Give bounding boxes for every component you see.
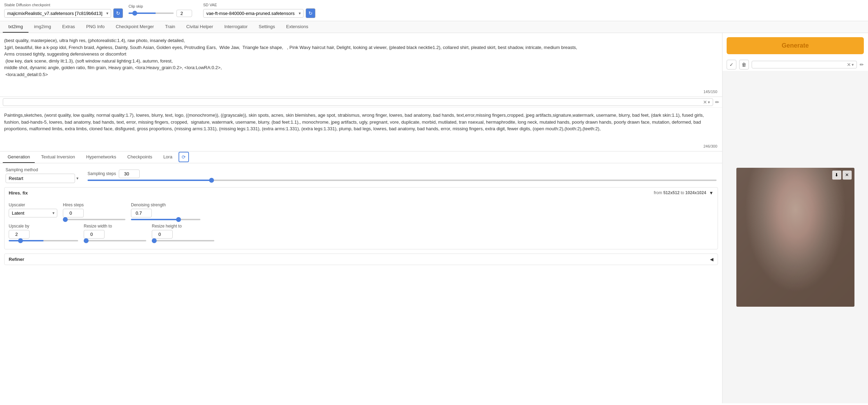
hires-steps-label: Hires steps: [63, 202, 125, 207]
negative-prompt-area: ✕ ▼ ✏ 246/300: [0, 97, 722, 151]
denoising-slider[interactable]: [131, 219, 200, 220]
clip-skip-slider[interactable]: [129, 13, 174, 14]
hires-steps-control: 0: [63, 209, 125, 220]
image-action-buttons: ⬇ ✕: [832, 171, 852, 180]
upscaler-group: Upscaler Latent: [9, 202, 57, 217]
style-input[interactable]: [5, 100, 703, 105]
image-download-btn[interactable]: ⬇: [832, 171, 841, 180]
style-dropdown-right-btn[interactable]: ▼: [851, 63, 854, 67]
generate-button[interactable]: Generate: [727, 37, 864, 54]
sampling-method-label: Sampling method: [6, 167, 82, 172]
trash-icon: 🗑: [742, 62, 746, 67]
refiner-chevron-icon: ◀: [710, 257, 713, 262]
resize-width-label: Resize width to: [84, 224, 146, 229]
checkpoint-row: majicmixRealistic_v7.safetensors [7c819b…: [4, 8, 123, 18]
clip-skip-input[interactable]: 2: [176, 10, 192, 17]
sampling-method-select[interactable]: Restart: [6, 174, 75, 183]
tab-checkpoint-merger[interactable]: Checkpoint Merger: [110, 21, 159, 33]
resize-height-group: Resize height to 0: [152, 224, 214, 241]
refiner-section: Refiner ◀: [4, 254, 718, 265]
close-icon: ✕: [845, 172, 849, 177]
tab-civitai-helper[interactable]: Civitai Helper: [181, 21, 218, 33]
tab-txt2img[interactable]: txt2img: [3, 21, 28, 33]
tab-settings[interactable]: Settings: [253, 21, 281, 33]
tab-extras[interactable]: Extras: [57, 21, 81, 33]
resize-width-control: 0: [84, 230, 146, 241]
tab-png-info[interactable]: PNG Info: [81, 21, 110, 33]
download-icon: ⬇: [835, 172, 838, 177]
trash-btn[interactable]: 🗑: [739, 60, 749, 69]
style-selector: ✕ ▼: [3, 98, 713, 106]
hires-fix-info: from 512x512 to 1024x1024: [654, 190, 706, 195]
sampling-steps-input[interactable]: 30: [119, 170, 140, 178]
resize-width-slider[interactable]: [84, 240, 146, 241]
upscaler-select-wrapper: Latent: [9, 209, 57, 217]
checkpoint-refresh-btn[interactable]: ↻: [113, 8, 123, 18]
steps-row: Sampling steps 30: [88, 170, 717, 178]
hires-from-value: 512x512: [663, 190, 680, 195]
gen-tabs-refresh-btn[interactable]: ⟳: [179, 152, 189, 162]
image-bg: [736, 168, 854, 307]
upscaler-label: Upscaler: [9, 202, 57, 207]
hires-row-2: Upscale by 2 Resize width to 0: [9, 224, 713, 241]
hires-fix-header[interactable]: Hires. fix from 512x512 to 1024x1024 ▼: [5, 188, 718, 198]
image-close-btn[interactable]: ✕: [843, 171, 852, 180]
resize-height-slider[interactable]: [152, 240, 214, 241]
tab-interrogator[interactable]: Interrogator: [219, 21, 253, 33]
denoising-control: 0.7: [131, 209, 200, 220]
positive-prompt-textarea[interactable]: [0, 33, 722, 96]
hires-fix-title: Hires. fix: [9, 190, 28, 196]
hires-steps-input[interactable]: 0: [63, 209, 84, 217]
vae-row: vae-ft-mse-840000-ema-pruned.safetensors…: [203, 8, 315, 18]
style-dropdown-btn[interactable]: ▼: [707, 100, 711, 104]
tab-extensions[interactable]: Extensions: [281, 21, 314, 33]
action-row: ✓ 🗑 ✕ ▼ ✏: [722, 58, 868, 71]
gen-tab-lora[interactable]: Lora: [158, 151, 177, 163]
refiner-header[interactable]: Refiner ◀: [5, 254, 718, 265]
vae-select[interactable]: vae-ft-mse-840000-ema-pruned.safetensors: [203, 9, 304, 18]
denoising-group: Denoising strength 0.7: [131, 202, 200, 220]
generated-image-container: ⬇ ✕: [736, 168, 854, 307]
resize-height-control: 0: [152, 230, 214, 241]
clip-skip-section: Clip skip 2: [129, 4, 192, 17]
top-bar: Stable Diffusion checkpoint majicmixReal…: [0, 0, 868, 21]
sampling-method-select-wrapper: Restart: [6, 174, 82, 183]
checkpoint-select[interactable]: majicmixRealistic_v7.safetensors [7c819b…: [4, 9, 111, 18]
refresh-icon: ↻: [116, 10, 120, 16]
vae-select-wrapper: vae-ft-mse-840000-ema-pruned.safetensors: [203, 9, 304, 18]
checkpoint-section: Stable Diffusion checkpoint majicmixReal…: [4, 3, 123, 18]
hires-chevron-icon: ▼: [709, 190, 713, 196]
sampling-steps-slider[interactable]: [88, 180, 717, 181]
gen-tab-checkpoints[interactable]: Checkpoints: [123, 151, 157, 163]
vae-refresh-btn[interactable]: ↻: [306, 8, 315, 18]
tab-img2img[interactable]: img2img: [28, 21, 57, 33]
negative-prompt-textarea[interactable]: [0, 108, 722, 150]
upscale-by-input[interactable]: 2: [9, 230, 30, 239]
hires-fix-body: Upscaler Latent Hires steps 0: [5, 198, 718, 249]
vae-refresh-icon: ↻: [308, 10, 313, 16]
sampling-steps-group: Sampling steps 30: [88, 170, 717, 181]
style-selector-input[interactable]: [754, 62, 847, 67]
positive-prompt-area: 145/150: [0, 33, 722, 97]
denoising-input[interactable]: 0.7: [131, 209, 152, 217]
hires-fix-section: Hires. fix from 512x512 to 1024x1024 ▼ U…: [4, 187, 718, 249]
resize-height-input[interactable]: 0: [152, 230, 173, 239]
vae-section: SD VAE vae-ft-mse-840000-ema-pruned.safe…: [203, 3, 315, 18]
gen-tab-textual-inversion[interactable]: Textual Inversion: [36, 151, 80, 163]
hires-steps-group: Hires steps 0: [63, 202, 125, 220]
right-panel: Generate ✓ 🗑 ✕ ▼ ✏: [722, 33, 868, 403]
upscale-by-group: Upscale by 2: [9, 224, 78, 241]
gen-tab-hypernetworks[interactable]: Hypernetworks: [81, 151, 121, 163]
negative-token-count: 246/300: [701, 143, 719, 149]
tab-train[interactable]: Train: [159, 21, 181, 33]
hires-steps-slider[interactable]: [63, 219, 125, 220]
resize-width-input[interactable]: 0: [84, 230, 105, 239]
gen-tab-generation[interactable]: Generation: [3, 151, 35, 163]
pencil-btn[interactable]: ✓: [727, 60, 736, 69]
upscale-by-slider[interactable]: [9, 240, 78, 241]
upscaler-select[interactable]: Latent: [9, 209, 57, 217]
paste-right-btn[interactable]: ✏: [860, 62, 864, 67]
style-clear-btn[interactable]: ✕: [703, 99, 707, 105]
paste-style-btn[interactable]: ✏: [715, 99, 719, 105]
style-clear-right-btn[interactable]: ✕: [847, 62, 851, 67]
